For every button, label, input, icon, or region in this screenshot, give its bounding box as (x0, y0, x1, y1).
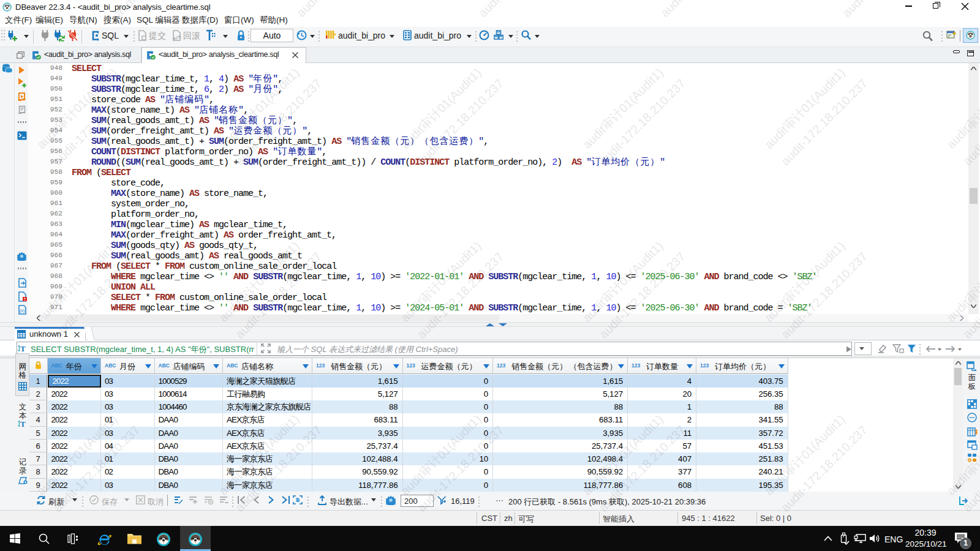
svg-text:T: T (20, 344, 26, 353)
svg-text:T: T (20, 419, 26, 429)
svg-text:(x): (x) (20, 309, 24, 313)
